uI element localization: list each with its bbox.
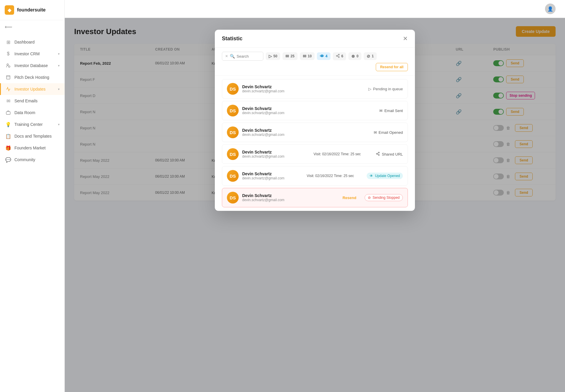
data-room-icon: [6, 110, 11, 115]
sidebar-item-label: Founders Market: [14, 146, 46, 150]
svg-line-13: [377, 154, 378, 154]
avatar: DS: [227, 83, 239, 95]
main-content: 👤 Investor Updates Create Update Title C…: [65, 0, 565, 392]
user-name: Devin Schvartz: [242, 106, 376, 111]
docs-templates-icon: 📋: [6, 134, 11, 139]
investor-database-icon: [6, 63, 11, 68]
filter-chip-blocked[interactable]: ⊗ 0: [348, 52, 361, 60]
chip-count: 6: [341, 54, 343, 58]
send-icon: ▷: [368, 87, 371, 91]
modal-list-item: DS Devin Schvartz devin.schvartz@gmail.c…: [222, 79, 408, 99]
sidebar-item-label: Docs and Templates: [14, 134, 52, 139]
status-badge: ⊘ Sending Stopped: [365, 194, 403, 201]
user-info: Devin Schvartz devin.schvartz@gmail.com: [242, 193, 339, 202]
chevron-down-icon: ▾: [58, 87, 60, 91]
visit-info: Visit: 02/16/2022 Time: 25 sec: [307, 152, 368, 156]
investor-updates-icon: [6, 86, 11, 92]
chip-count: 1: [372, 54, 374, 58]
sidebar-item-label: Send Emails: [14, 99, 38, 103]
back-button[interactable]: ⟵: [0, 20, 64, 34]
filter-chip-share[interactable]: 6: [333, 52, 346, 60]
avatar: DS: [227, 148, 239, 160]
status-badge: ✉ Email Opened: [374, 130, 403, 135]
chip-count: 4: [325, 54, 328, 58]
visit-info: Visit: 02/16/2022 Time: 25 sec: [302, 174, 359, 178]
svg-line-8: [337, 56, 338, 56]
modal-close-button[interactable]: ✕: [403, 35, 408, 42]
modal-title: Statistic: [222, 36, 242, 42]
modal-list-item: DS Devin Schvartz devin.schvartz@gmail.c…: [222, 101, 408, 120]
training-center-icon: 💡: [6, 122, 11, 127]
avatar: DS: [227, 126, 239, 138]
resend-button[interactable]: Resend: [343, 196, 356, 200]
founders-market-icon: 🎁: [6, 145, 11, 151]
modal-header: Statistic ✕: [215, 30, 415, 48]
modal-list: DS Devin Schvartz devin.schvartz@gmail.c…: [215, 76, 415, 211]
sidebar-item-label: Data Room: [14, 110, 35, 115]
chevron-down-icon: ▾: [58, 123, 60, 126]
svg-point-7: [338, 56, 340, 58]
sidebar-item-label: Investor CRM: [14, 51, 40, 56]
filter-chip-email-sent[interactable]: ✉ 25: [282, 52, 297, 60]
top-bar: 👤: [65, 0, 565, 18]
share-icon: [336, 54, 340, 59]
user-email: devin.schvartz@gmail.com: [242, 198, 339, 202]
email-icon: ✉: [379, 109, 383, 113]
page-body: Investor Updates Create Update Title Cre…: [65, 18, 565, 392]
chip-count: 10: [308, 54, 312, 58]
search-wrap: ✕ 🔍: [222, 52, 263, 61]
dashboard-icon: ⊞: [6, 39, 11, 45]
user-email: devin.schvartz@gmail.com: [242, 89, 365, 93]
status-badge: ▷ Pending in queue: [368, 87, 403, 91]
pitch-deck-icon: [6, 75, 11, 80]
modal-list-item: DS Devin Schvartz devin.schvartz@gmail.c…: [222, 123, 408, 142]
user-email: devin.schvartz@gmail.com: [242, 133, 370, 137]
user-name: Devin Schvartz: [242, 171, 299, 176]
avatar: DS: [227, 170, 239, 182]
user-email: devin.schvartz@gmail.com: [242, 176, 299, 180]
filter-chip-stop[interactable]: ⊘ 1: [364, 52, 377, 60]
share-icon: [376, 152, 380, 157]
modal-list-item: DS Devin Schvartz devin.schvartz@gmail.c…: [222, 188, 408, 207]
sidebar-item-pitch-deck[interactable]: Pitch Deck Hosting: [0, 71, 64, 83]
avatar[interactable]: 👤: [545, 4, 556, 14]
sidebar-item-label: Investor Updates: [14, 87, 46, 91]
sidebar-nav: ⊞ Dashboard $ Investor CRM ▾ Investor Da…: [0, 34, 64, 392]
svg-rect-4: [6, 112, 10, 114]
search-input[interactable]: [237, 54, 260, 59]
svg-point-6: [336, 55, 338, 56]
filter-chip-email-opened[interactable]: ✉ 10: [300, 52, 315, 60]
blocked-icon: ⊗: [351, 54, 355, 59]
sidebar-item-investor-updates[interactable]: Investor Updates ▾: [0, 83, 64, 95]
status-badge: 👁 Update Opened: [367, 173, 403, 179]
eye-icon: 👁: [370, 174, 373, 178]
sidebar-item-founders-market[interactable]: 🎁 Founders Market: [0, 142, 64, 154]
user-email: devin.schvartz@gmail.com: [242, 111, 376, 115]
sidebar-item-investor-crm[interactable]: $ Investor CRM ▾: [0, 48, 64, 60]
sidebar-item-training-center[interactable]: 💡 Training Center ▾: [0, 119, 64, 130]
sidebar-item-label: Training Center: [14, 122, 43, 127]
close-icon[interactable]: ✕: [225, 54, 228, 58]
community-icon: 💬: [6, 157, 11, 162]
filter-chip-eye[interactable]: 👁 4: [317, 52, 330, 60]
sidebar-item-dashboard[interactable]: ⊞ Dashboard: [0, 36, 64, 48]
user-info: Devin Schvartz devin.schvartz@gmail.com: [242, 128, 370, 137]
sidebar-item-community[interactable]: 💬 Community: [0, 154, 64, 166]
user-name: Devin Schvartz: [242, 150, 303, 154]
sidebar-item-investor-database[interactable]: Investor Database ▾: [0, 60, 64, 71]
sidebar-item-send-emails[interactable]: ✉ Send Emails: [0, 95, 64, 107]
sidebar-item-data-room[interactable]: Data Room: [0, 107, 64, 119]
investor-crm-icon: $: [6, 51, 11, 56]
chip-count: 0: [356, 54, 358, 58]
user-name: Devin Schvartz: [242, 128, 370, 133]
svg-line-9: [337, 55, 338, 55]
svg-point-12: [378, 154, 380, 156]
filter-chip-send[interactable]: ▷ 50: [266, 52, 280, 60]
modal-overlay[interactable]: Statistic ✕ ✕ 🔍 ▷ 50 ✉: [65, 18, 565, 392]
sidebar-item-docs-templates[interactable]: 📋 Docs and Templates: [0, 130, 64, 142]
email-open-icon: ✉: [374, 130, 377, 135]
chevron-down-icon: ▾: [58, 64, 60, 68]
resend-all-button[interactable]: Resend for all: [376, 63, 408, 71]
user-info: Devin Schvartz devin.schvartz@gmail.com: [242, 171, 299, 180]
email-sent-icon: ✉: [285, 54, 289, 59]
